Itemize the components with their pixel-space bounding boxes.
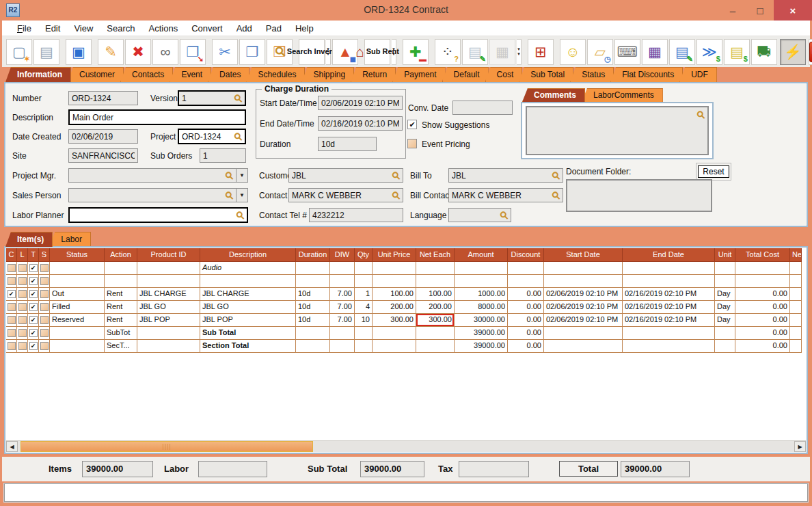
grid-cell-end_date[interactable]: 02/16/2019 02:10 PM [623, 288, 715, 301]
grid-header-qty[interactable]: Qty [355, 248, 373, 262]
calendar-button[interactable]: ▦ [489, 39, 515, 65]
tab-customer[interactable]: Customer [68, 67, 124, 82]
grid-header-unit_price[interactable]: Unit Price [373, 248, 416, 262]
grid-row-checkbox-s[interactable] [39, 288, 50, 301]
grid-cell-net2[interactable] [790, 314, 802, 327]
unchecked-checkbox-icon[interactable] [18, 316, 27, 324]
grid-cell-diw[interactable] [330, 275, 355, 288]
grid-row-checkbox-l[interactable] [17, 275, 28, 288]
grid-cell-total_cost[interactable]: 0.00 [735, 340, 790, 353]
grid-row-checkbox-t[interactable]: ✔ [28, 301, 39, 314]
language-field[interactable]: ⚲ [448, 208, 511, 222]
description-field[interactable]: Main Order [68, 109, 246, 125]
grid-cell-unit[interactable]: Day [715, 314, 735, 327]
grid-cell-description[interactable] [200, 275, 296, 288]
grid-cell-unit_price[interactable]: 100.00 [373, 288, 416, 301]
unchecked-checkbox-icon[interactable] [8, 277, 16, 285]
checked-checkbox-icon[interactable]: ✔ [29, 277, 38, 285]
tab-schedules[interactable]: Schedules [246, 67, 305, 82]
grid-cell-net_each[interactable]: 200.00 [416, 301, 455, 314]
grid-cell-duration[interactable] [296, 327, 330, 340]
grid-row-checkbox-c[interactable] [6, 327, 17, 340]
grid-cell-action[interactable] [105, 262, 137, 275]
grid-cell-qty[interactable] [355, 340, 373, 353]
group-items-button[interactable]: ⁘? [435, 39, 461, 65]
grid-cell-end_date[interactable]: 02/16/2019 02:10 PM [623, 314, 715, 327]
grid-cell-unit_price[interactable]: 200.00 [373, 301, 416, 314]
edit-button[interactable]: ✎ [98, 39, 124, 65]
grid-cell-discount[interactable] [508, 262, 544, 275]
tab-sub-total[interactable]: Sub Total [519, 67, 573, 82]
notepad-button[interactable]: ▤✎ [462, 39, 488, 65]
grid-header-product_id[interactable]: Product ID [137, 248, 200, 262]
scroll-right-button[interactable]: ▶ [794, 441, 806, 452]
grid-row-checkbox-t[interactable]: ✔ [28, 262, 39, 275]
project-mgr-field[interactable]: ⚲ [68, 168, 236, 183]
grid-cell-start_date[interactable]: 02/06/2019 02:10 PM [544, 288, 623, 301]
grid-row-checkbox-s[interactable] [39, 327, 50, 340]
grid-row-checkbox-l[interactable] [17, 288, 28, 301]
unchecked-checkbox-icon[interactable] [40, 264, 49, 272]
org-chart-button[interactable]: ⊞ [528, 39, 554, 65]
grid-cell-product_id[interactable] [137, 340, 200, 353]
grid-cell-start_date[interactable]: 02/06/2019 02:10 PM [544, 314, 623, 327]
grid-cell-status[interactable] [50, 262, 105, 275]
checked-checkbox-icon[interactable]: ✔ [8, 290, 16, 298]
grid-cell-duration[interactable]: 10d [296, 314, 330, 327]
grid-cell-diw[interactable] [330, 340, 355, 353]
grid-cell-discount[interactable]: 0.00 [508, 327, 544, 340]
grid-row-checkbox-c[interactable] [6, 301, 17, 314]
grid-cell-unit[interactable] [715, 262, 735, 275]
tab-contacts[interactable]: Contacts [120, 67, 173, 82]
tab-default[interactable]: Default [442, 67, 489, 82]
grid-cell-start_date[interactable] [544, 262, 623, 275]
grid-cell-description[interactable]: JBL POP [200, 314, 296, 327]
grid-cell-amount[interactable]: 39000.00 [455, 327, 508, 340]
grid-cell-qty[interactable]: 1 [355, 288, 373, 301]
unchecked-checkbox-icon[interactable] [40, 342, 49, 350]
copy-button[interactable]: ❐ [239, 39, 265, 65]
grid-cell-description[interactable]: JBL CHARGE [200, 288, 296, 301]
start-datetime-field[interactable]: 02/06/2019 02:10 PM [318, 96, 403, 110]
grid-header-total_cost[interactable]: Total Cost [735, 248, 790, 262]
save-button[interactable]: ▣ [66, 39, 92, 65]
menu-item-add[interactable]: Add [230, 21, 259, 36]
site-field[interactable]: SANFRANCISCO [68, 148, 138, 163]
calendar-button-dropdown[interactable]: ▼▼ [517, 39, 522, 65]
comment-tab-laborcomments[interactable]: LaborComments [582, 88, 663, 102]
grid-cell-diw[interactable] [330, 262, 355, 275]
tab-status[interactable]: Status [570, 67, 614, 82]
grid-cell-discount[interactable] [508, 275, 544, 288]
grid-cell-description[interactable]: Sub Total [200, 327, 296, 340]
comments-textarea[interactable]: ⚲ [526, 106, 709, 155]
grid-cell-total_cost[interactable] [735, 275, 790, 288]
grid-cell-status[interactable] [50, 340, 105, 353]
grid-header-net_each[interactable]: Net Each [416, 248, 455, 262]
items-total-field[interactable]: 39000.00 [82, 461, 153, 477]
unchecked-checkbox-icon[interactable] [8, 316, 16, 324]
unchecked-checkbox-icon[interactable] [18, 329, 27, 337]
checked-checkbox-icon[interactable]: ✔ [29, 316, 38, 324]
grid-cell-net2[interactable] [790, 340, 802, 353]
menu-item-edit[interactable]: Edit [38, 21, 67, 36]
grid-cell-diw[interactable]: 7.00 [330, 314, 355, 327]
sales-person-field[interactable]: ⚲ [68, 188, 236, 202]
grid-row-checkbox-l[interactable] [17, 340, 28, 353]
horizontal-scrollbar[interactable]: ◀ |||| ▶ [6, 440, 806, 452]
grid-cell-unit[interactable] [715, 340, 735, 353]
grid-cell-unit_price[interactable] [373, 275, 416, 288]
tab-udf[interactable]: UDF [679, 67, 717, 82]
grid-header-diw[interactable]: DIW [330, 248, 355, 262]
unchecked-checkbox-icon[interactable] [8, 329, 16, 337]
unchecked-checkbox-icon[interactable] [18, 342, 27, 350]
tab-event[interactable]: Event [170, 67, 211, 82]
grid-row-checkbox-s[interactable] [39, 275, 50, 288]
grid-cell-duration[interactable]: 10d [296, 288, 330, 301]
project-mgr-dropdown[interactable]: ▼ [236, 168, 248, 183]
grid-header-end_date[interactable]: End Date [623, 248, 715, 262]
close-button[interactable]: × [774, 0, 812, 21]
grid-row-checkbox-s[interactable] [39, 314, 50, 327]
grid-cell-qty[interactable] [355, 327, 373, 340]
sub-orders-field[interactable]: 1 [200, 148, 246, 163]
print-button[interactable]: ▤ [33, 39, 59, 65]
